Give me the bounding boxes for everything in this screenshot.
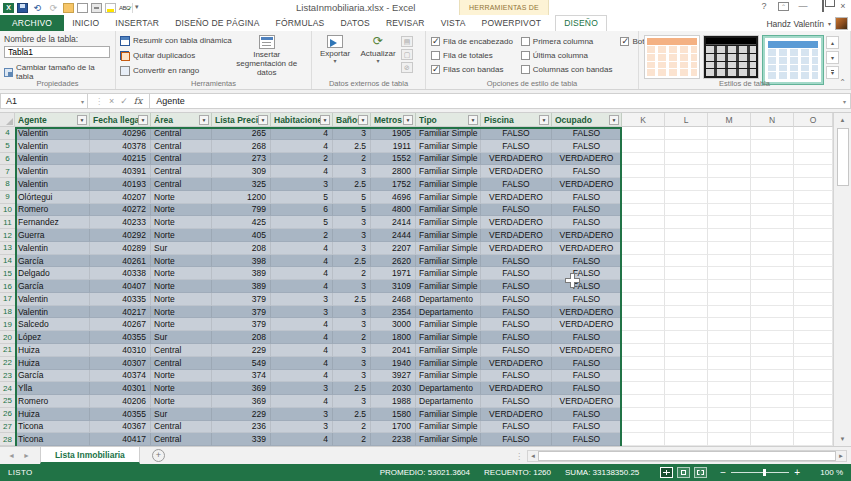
empty-cell[interactable] bbox=[622, 229, 665, 242]
empty-cell[interactable] bbox=[665, 242, 708, 255]
cell[interactable]: Norte bbox=[151, 395, 212, 408]
insert-slicer-button[interactable]: Insertar segmentación de datos bbox=[236, 33, 298, 77]
cell[interactable]: 2620 bbox=[371, 255, 416, 268]
cell[interactable]: 4 bbox=[271, 267, 333, 280]
empty-cell[interactable] bbox=[751, 421, 794, 434]
cell[interactable]: Ticona bbox=[15, 433, 90, 446]
cell[interactable]: 379 bbox=[212, 293, 271, 306]
empty-cell[interactable] bbox=[708, 153, 751, 166]
summarize-pivottable-button[interactable]: Resumir con tabla dinámica bbox=[120, 34, 232, 47]
row-header-15[interactable]: 15 bbox=[0, 267, 15, 280]
checkbox-fila-de-totales[interactable]: Fila de totales bbox=[431, 50, 513, 60]
empty-cell[interactable] bbox=[794, 127, 833, 140]
empty-cell[interactable] bbox=[794, 331, 833, 344]
cell[interactable]: 3 bbox=[333, 216, 371, 229]
name-box-dropdown-icon[interactable]: ▾ bbox=[81, 98, 84, 105]
cell[interactable]: 1988 bbox=[371, 395, 416, 408]
cell[interactable]: 2207 bbox=[371, 242, 416, 255]
cell[interactable]: 40215 bbox=[90, 153, 151, 166]
sheet-nav-next-icon[interactable]: ► bbox=[23, 452, 30, 459]
cell[interactable]: Central bbox=[151, 433, 212, 446]
empty-cell[interactable] bbox=[794, 191, 833, 204]
empty-cell[interactable] bbox=[751, 370, 794, 383]
cell[interactable]: FALSO bbox=[481, 267, 552, 280]
checkbox-filas-con-bandas[interactable]: Filas con bandas bbox=[431, 64, 513, 74]
cell[interactable]: 4 bbox=[271, 242, 333, 255]
row-header-27[interactable]: 27 bbox=[0, 421, 15, 434]
empty-cell[interactable] bbox=[665, 421, 708, 434]
empty-cell[interactable] bbox=[751, 204, 794, 217]
cell[interactable]: VERDADERO bbox=[552, 318, 622, 331]
insert-function-icon[interactable]: fx bbox=[134, 96, 142, 106]
empty-cell[interactable] bbox=[622, 331, 665, 344]
vertical-scroll-thumb[interactable] bbox=[837, 128, 849, 186]
scroll-right-icon[interactable]: ► bbox=[836, 453, 846, 459]
cell[interactable]: 40267 bbox=[90, 318, 151, 331]
cell[interactable]: FALSO bbox=[552, 331, 622, 344]
redo-icon[interactable]: ⟳ bbox=[47, 3, 60, 13]
name-box[interactable]: A1 ▾ bbox=[0, 93, 88, 109]
empty-cell[interactable] bbox=[665, 140, 708, 153]
open-in-browser-icon[interactable]: ▢ bbox=[401, 49, 413, 60]
cell[interactable]: Familiar Simple bbox=[416, 229, 481, 242]
row-header-5[interactable]: 5 bbox=[0, 140, 15, 153]
cell[interactable]: 398 bbox=[212, 255, 271, 268]
empty-cell[interactable] bbox=[751, 267, 794, 280]
column-header-metros[interactable]: Metros▼ bbox=[371, 113, 416, 127]
cell[interactable]: Delgado bbox=[15, 267, 90, 280]
empty-cell[interactable] bbox=[665, 433, 708, 446]
cell[interactable]: 2354 bbox=[371, 306, 416, 319]
empty-cell[interactable] bbox=[622, 127, 665, 140]
cell[interactable]: 339 bbox=[212, 433, 271, 446]
cell[interactable]: Familiar Simple bbox=[416, 255, 481, 268]
empty-cell[interactable] bbox=[665, 280, 708, 293]
cell[interactable]: VERDADERO bbox=[552, 395, 622, 408]
empty-cell[interactable] bbox=[622, 433, 665, 446]
cell[interactable]: Familiar Simple bbox=[416, 267, 481, 280]
cell[interactable]: FALSO bbox=[552, 421, 622, 434]
cell[interactable]: 3 bbox=[271, 382, 333, 395]
row-header-24[interactable]: 24 bbox=[0, 382, 15, 395]
cell[interactable]: 40374 bbox=[90, 370, 151, 383]
row-header-4[interactable]: 4 bbox=[0, 127, 15, 140]
empty-cell[interactable] bbox=[622, 280, 665, 293]
table-style-blue[interactable] bbox=[765, 38, 821, 82]
tab-archivo[interactable]: ARCHIVO bbox=[0, 15, 64, 31]
cell[interactable]: 1911 bbox=[371, 140, 416, 153]
cell[interactable]: 5 bbox=[333, 204, 371, 217]
empty-cell[interactable] bbox=[751, 255, 794, 268]
cell[interactable]: 40407 bbox=[90, 280, 151, 293]
empty-cell[interactable] bbox=[708, 421, 751, 434]
tab-vista[interactable]: VISTA bbox=[433, 16, 474, 31]
cell[interactable]: Valentin bbox=[15, 242, 90, 255]
cell[interactable]: 4 bbox=[271, 331, 333, 344]
empty-cell[interactable] bbox=[751, 395, 794, 408]
empty-cell[interactable] bbox=[794, 267, 833, 280]
empty-cell[interactable] bbox=[622, 204, 665, 217]
cell[interactable]: Valentin bbox=[15, 293, 90, 306]
cell[interactable]: VERDADERO bbox=[552, 242, 622, 255]
cell[interactable]: Familiar Simple bbox=[416, 408, 481, 421]
row-header-12[interactable]: 12 bbox=[0, 229, 15, 242]
cell[interactable]: Romero bbox=[15, 395, 90, 408]
row-header-26[interactable]: 26 bbox=[0, 408, 15, 421]
column-header-agente[interactable]: Agente▼ bbox=[15, 113, 90, 127]
cell[interactable]: 40355 bbox=[90, 331, 151, 344]
cell[interactable]: Familiar Simple bbox=[416, 216, 481, 229]
empty-cell[interactable] bbox=[751, 191, 794, 204]
table-style-selected[interactable] bbox=[762, 35, 824, 85]
cell[interactable]: 1200 bbox=[212, 191, 271, 204]
restore-icon[interactable] bbox=[822, 0, 824, 12]
normal-view-icon[interactable] bbox=[660, 467, 673, 478]
cell[interactable]: Norte bbox=[151, 370, 212, 383]
cell[interactable]: 5 bbox=[271, 191, 333, 204]
empty-cell[interactable] bbox=[751, 178, 794, 191]
cell[interactable]: Central bbox=[151, 165, 212, 178]
cell[interactable]: VERDADERO bbox=[481, 153, 552, 166]
cell[interactable]: FALSO bbox=[552, 165, 622, 178]
empty-cell[interactable] bbox=[622, 293, 665, 306]
cell[interactable]: Olórtegui bbox=[15, 191, 90, 204]
cell[interactable]: Norte bbox=[151, 191, 212, 204]
collapse-ribbon-icon[interactable]: ⌃ bbox=[839, 78, 846, 87]
cell[interactable]: Familiar Simple bbox=[416, 178, 481, 191]
